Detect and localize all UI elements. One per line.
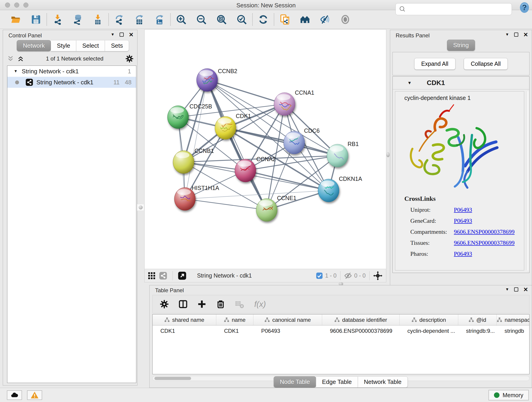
zoom-fit-button[interactable] bbox=[216, 14, 227, 25]
gene-section-header[interactable]: ▼ CDK1 bbox=[393, 77, 529, 89]
network-view-toolbar: String Network - cdk1 1 - 0 0 - 0 bbox=[144, 269, 386, 282]
svg-text:f(x): f(x) bbox=[254, 300, 266, 308]
collapse-all-icon[interactable] bbox=[7, 55, 14, 62]
network-row[interactable]: String Network - cdk1 11 48 bbox=[7, 77, 136, 88]
birdseye-view-button[interactable] bbox=[146, 270, 157, 281]
network-node-CCNE1[interactable]: CCNE1 bbox=[256, 195, 297, 221]
export-image-button[interactable] bbox=[154, 14, 165, 25]
column-header-description[interactable]: description bbox=[399, 314, 458, 325]
table-cell[interactable]: CDK1 bbox=[216, 325, 253, 337]
gene-name: CDK1 bbox=[427, 79, 445, 87]
collapse-all-button[interactable]: Collapse All bbox=[464, 58, 508, 70]
scrollbar-thumb[interactable] bbox=[154, 377, 191, 380]
table-options-gear-icon[interactable] bbox=[159, 299, 169, 309]
section-expand-icon[interactable]: ▼ bbox=[407, 80, 412, 85]
show-columns-icon[interactable] bbox=[178, 299, 188, 309]
panel-menu-icon[interactable]: ▼ bbox=[505, 287, 509, 292]
panel-float-icon[interactable] bbox=[120, 32, 124, 37]
warnings-button[interactable] bbox=[27, 390, 42, 400]
search-input[interactable] bbox=[408, 3, 512, 15]
import-network-file-button[interactable] bbox=[52, 14, 63, 25]
network-node-CDKN1A[interactable]: CDKN1A bbox=[318, 176, 362, 202]
table-cell[interactable]: CDK1 bbox=[152, 325, 216, 337]
export-network-button[interactable] bbox=[114, 14, 125, 25]
column-header-canonical-name[interactable]: canonical name bbox=[253, 314, 322, 325]
column-header-namespace[interactable]: namespace bbox=[497, 314, 530, 325]
right-splitter[interactable] bbox=[386, 29, 390, 282]
tab-sets[interactable]: Sets bbox=[105, 40, 129, 51]
import-table-file-button[interactable] bbox=[92, 14, 104, 25]
expand-all-button[interactable]: Expand All bbox=[414, 58, 456, 70]
network-options-gear-icon[interactable] bbox=[125, 55, 133, 63]
grey-eye-button[interactable] bbox=[340, 14, 351, 25]
crosslink-link[interactable]: 9606.ENSP00000378699 bbox=[454, 240, 515, 246]
table-cell[interactable]: stringdb bbox=[497, 325, 530, 337]
save-session-button[interactable] bbox=[30, 14, 42, 25]
table-cell[interactable]: cyclin-dependent ... bbox=[399, 325, 458, 337]
panel-float-icon[interactable] bbox=[514, 287, 518, 292]
tab-node-table[interactable]: Node Table bbox=[274, 376, 316, 388]
tab-style[interactable]: Style bbox=[51, 40, 76, 51]
selected-checkbox-icon[interactable] bbox=[316, 272, 323, 279]
expand-all-icon[interactable] bbox=[17, 55, 24, 62]
network-collection-row[interactable]: ▼ String Network - cdk1 1 bbox=[7, 66, 136, 77]
show-hide-button[interactable] bbox=[319, 14, 331, 25]
cloud-button[interactable] bbox=[7, 390, 22, 400]
column-header-name[interactable]: name bbox=[216, 314, 253, 325]
panel-close-icon[interactable]: ✕ bbox=[129, 32, 133, 37]
network-node-CCNA1[interactable]: CCNA1 bbox=[274, 89, 314, 115]
panel-close-icon[interactable]: ✕ bbox=[523, 32, 528, 37]
network-edge[interactable] bbox=[185, 80, 207, 199]
column-header-shared-name[interactable]: shared name bbox=[152, 314, 216, 325]
table-cell[interactable]: stringdb:9... bbox=[458, 325, 497, 337]
add-column-icon[interactable] bbox=[197, 299, 207, 309]
crosslink-link[interactable]: P06493 bbox=[454, 250, 472, 257]
zoom-selected-button[interactable] bbox=[236, 14, 247, 25]
table-row[interactable]: CDK1CDK1P064939606.ENSP00000378699cyclin… bbox=[152, 325, 529, 337]
first-neighbors-button[interactable] bbox=[299, 14, 311, 25]
tree-expand-icon[interactable]: ▼ bbox=[14, 69, 18, 74]
detach-view-button[interactable] bbox=[177, 270, 188, 281]
results-scrollbar[interactable] bbox=[526, 91, 529, 270]
crosslink-link[interactable]: P06493 bbox=[454, 206, 472, 213]
crosslink-link[interactable]: 9606.ENSP00000378699 bbox=[454, 229, 515, 235]
zoom-in-button[interactable] bbox=[176, 14, 187, 25]
network-share-button[interactable] bbox=[157, 270, 169, 281]
refresh-button[interactable] bbox=[258, 14, 269, 25]
panel-menu-icon[interactable]: ▼ bbox=[505, 32, 509, 37]
network-node-HIST1H1A[interactable]: HIST1H1A bbox=[174, 185, 219, 211]
network-edge[interactable] bbox=[207, 80, 285, 104]
network-node-RB1[interactable]: RB1 bbox=[327, 141, 359, 167]
export-table-button[interactable] bbox=[134, 14, 145, 25]
panel-float-icon[interactable] bbox=[514, 32, 518, 37]
tab-select[interactable]: Select bbox=[76, 40, 105, 51]
network-canvas[interactable]: CCNB2CCNA1CDC25BCDK1CDC6RB1CCNB1CCNA2CDK… bbox=[144, 29, 386, 269]
pan-crosshair-icon[interactable] bbox=[373, 271, 382, 280]
network-node-CCNB1[interactable]: CCNB1 bbox=[173, 148, 214, 173]
table-cell[interactable]: 9606.ENSP00000378699 bbox=[322, 325, 399, 337]
table-cell[interactable]: P06493 bbox=[253, 325, 322, 337]
panel-close-icon[interactable]: ✕ bbox=[523, 287, 528, 292]
cloud-icon bbox=[10, 391, 19, 399]
help-button[interactable]: ? bbox=[519, 2, 530, 13]
left-splitter-handle[interactable] bbox=[137, 204, 144, 211]
tab-network-table[interactable]: Network Table bbox=[358, 376, 408, 388]
right-splitter-handle[interactable] bbox=[386, 152, 390, 157]
open-session-button[interactable] bbox=[10, 14, 22, 25]
import-network-database-button[interactable] bbox=[72, 14, 83, 25]
column-header-database-identifier[interactable]: database identifier bbox=[322, 314, 399, 325]
crosslink-link[interactable]: P06493 bbox=[454, 217, 472, 224]
network-edge[interactable] bbox=[225, 128, 337, 156]
tab-string[interactable]: String bbox=[447, 40, 475, 51]
column-header--id[interactable]: @id bbox=[458, 314, 497, 325]
crosslinks-heading: CrossLinks bbox=[404, 195, 515, 202]
panel-menu-icon[interactable]: ▼ bbox=[111, 32, 114, 37]
left-splitter[interactable] bbox=[138, 29, 144, 385]
tab-edge-table[interactable]: Edge Table bbox=[316, 376, 358, 388]
delete-column-icon[interactable] bbox=[216, 299, 225, 309]
memory-button[interactable]: Memory bbox=[488, 390, 529, 400]
tab-network[interactable]: Network bbox=[17, 40, 51, 51]
zoom-out-button[interactable] bbox=[196, 14, 207, 25]
duplicate-network-button[interactable] bbox=[279, 14, 291, 25]
network-edge[interactable] bbox=[185, 199, 267, 210]
